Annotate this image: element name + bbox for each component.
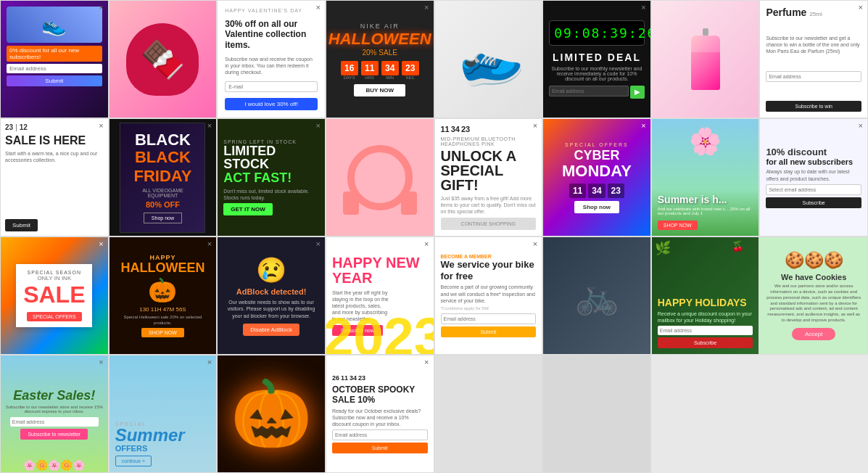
email-input-r1c1[interactable]	[7, 64, 102, 73]
friday-label: BLACK FRIDAY	[129, 148, 196, 186]
cookie-emoji: 🍪🍪🍪	[785, 251, 843, 270]
popup-bike-service: × Become a member We service your bike f…	[434, 236, 543, 355]
nike-label: NIKE AIR	[360, 22, 400, 30]
summer-offers-label: OFFERS	[115, 444, 211, 453]
oct-cd4: 23	[358, 374, 365, 382]
email-input-r1c8[interactable]	[766, 71, 861, 82]
close-icon-r3c2[interactable]: ×	[99, 240, 103, 248]
popup-black-friday-photo: × BLACK BLACK FRIDAY ALL VIDEOGAME EQUIP…	[109, 118, 218, 236]
disc-desc: Always stay up to date with our latest o…	[766, 168, 861, 181]
close-icon-r1c3[interactable]: ×	[315, 4, 320, 12]
popup-valentine-photo: 🍫	[109, 0, 218, 118]
countdown-timer: 09:08:39:26	[549, 20, 645, 46]
close-icon-r3c6[interactable]: ×	[533, 240, 537, 248]
cyber-countdown: 11 34 23	[569, 184, 624, 198]
close-icon-r4c6[interactable]: ×	[424, 358, 429, 366]
close-icon-r1c6[interactable]: ×	[641, 4, 645, 12]
oct-desc: Ready for our October exclusive deals? S…	[332, 408, 428, 427]
sale-here-desc: Start with a warm tea, a nice cup and ou…	[5, 150, 104, 163]
close-icon-r2c5[interactable]: ×	[533, 122, 537, 130]
popup-summer-offers: × SPECIAL Summer OFFERS continue +	[109, 355, 218, 473]
bike-desc: Become a part of our growing community a…	[441, 284, 537, 303]
valentine-title: 30% off on all our Valentine collection …	[225, 19, 318, 50]
sad-face-icon: 😢	[256, 255, 286, 284]
shop-now-btn-r2c2[interactable]: Shop now	[144, 213, 182, 223]
year-number: 2023	[326, 313, 434, 355]
shop-now-btn-r2c7[interactable]: SHOP NOW	[658, 221, 698, 230]
get-it-btn[interactable]: GET IT NOW	[223, 203, 273, 215]
shop-now-btn-r3c3[interactable]: SHOP NOW	[141, 328, 184, 337]
hours-value: 11	[361, 61, 379, 75]
email-input-r4c6[interactable]	[332, 429, 428, 440]
days-label: DAYS	[341, 75, 358, 80]
close-icon-r3c3[interactable]: ×	[207, 240, 212, 248]
close-icon-r1c8[interactable]: ×	[859, 4, 863, 12]
hours-label: HRS	[361, 75, 379, 80]
adblock-title: AdBlock detected!	[236, 287, 307, 296]
unlock-cd2: 34	[451, 125, 460, 133]
popup-halloween-orange: × HAPPY HALLOWEEN 🎃 130 11H 47M 56S Spec…	[109, 236, 218, 355]
submit-button-r1c1[interactable]: Submit	[7, 75, 102, 86]
special-offers-btn[interactable]: SPECIAL OFFERS	[27, 312, 82, 321]
valentine-desc: Subscribe now and receive the coupon in …	[225, 56, 318, 75]
flowers-decoration: 🌸🌼🌸🌼🌸	[1, 459, 108, 471]
valentine-btn[interactable]: I would love 30% off!	[225, 98, 318, 110]
popup-shoe-discount: × 👟 0% discount for all our new subscrib…	[0, 0, 109, 118]
email-input-r3c1[interactable]	[766, 184, 861, 195]
buy-now-btn[interactable]: BUY NOW	[354, 84, 405, 96]
popup-adblock: × 😢 AdBlock detected! Our website needs …	[217, 236, 326, 355]
sale-percent: 20% SALE	[363, 49, 397, 57]
continue-btn-r4c4[interactable]: continue +	[115, 456, 152, 466]
close-icon-r3c4[interactable]: ×	[315, 240, 320, 248]
subscribe-btn-r3c1[interactable]: Subscribe	[766, 197, 861, 208]
popup-sale-here: × 23 | 12 SALE IS HERE Start with a warm…	[0, 118, 109, 236]
email-input-r4c3[interactable]	[10, 417, 99, 427]
close-icon-r1c1[interactable]: ×	[99, 4, 103, 12]
popup-valentine-form: × HAPPY VALENTINE'S DAY 30% off on all o…	[217, 0, 326, 118]
sep1: |	[15, 123, 17, 131]
email-input-r1c3[interactable]	[225, 81, 318, 92]
cookies-title: We have Cookies	[781, 273, 846, 281]
limited-deal-title: LIMITED DEAL	[549, 52, 645, 63]
close-icon-r4c4[interactable]: ×	[207, 358, 212, 366]
disc-title: for all new subscribers	[766, 157, 861, 166]
close-icon-r2c3[interactable]: ×	[315, 122, 320, 130]
go-btn-r1c6[interactable]: ▶	[630, 86, 645, 99]
countdown-r2c1b: 12	[20, 123, 28, 131]
subscribe-win-btn[interactable]: Subscribe to win	[766, 101, 861, 112]
subscribe-btn-r4c1[interactable]: Subscribe	[658, 337, 753, 348]
close-icon-r3c1[interactable]: ×	[859, 122, 863, 130]
perfume-name: Perfume	[766, 7, 806, 18]
close-icon-r2c6[interactable]: ×	[641, 122, 645, 130]
ls-act: ACT FAST!	[223, 170, 319, 186]
popup-special-season: × SPECIAL SEASON ONLY IN INK SALE SPECIA…	[0, 236, 109, 355]
popup-happy-holidays: 🌿 🍒 HAPPY HOLIDAYS Receive a unique disc…	[651, 236, 760, 355]
shop-now-btn-r2c6[interactable]: Shop now	[574, 201, 619, 213]
oct-cd2: 11	[341, 374, 348, 382]
submit-btn-r4c6[interactable]: Submit	[332, 443, 428, 453]
close-icon-r2c1[interactable]: ×	[99, 122, 103, 130]
close-icon-r2c2[interactable]: ×	[207, 122, 212, 130]
member-tag: Become a member	[441, 254, 537, 259]
subscribe-newsletter-btn[interactable]: Subscribe to newsletter	[20, 429, 88, 440]
popup-nike-halloween: × NIKE AIR HALLOWEEN 20% SALE 16 DAYS 11…	[326, 0, 434, 118]
valentine-tag: HAPPY VALENTINE'S DAY	[225, 8, 318, 13]
bike-footnote: *Conditions apply 5e 56€	[441, 306, 537, 310]
email-input-r3c6[interactable]	[441, 313, 537, 324]
disable-adblock-btn[interactable]: Disable AdBlock	[243, 324, 299, 336]
submit-btn-r2c1[interactable]: Submit	[5, 219, 38, 231]
accept-btn[interactable]: Accept	[792, 328, 835, 340]
close-icon-r3c5[interactable]: ×	[424, 240, 429, 248]
hn-title2: YEAR	[332, 270, 428, 287]
cyber-title: CYBER	[574, 149, 619, 162]
days-value: 16	[341, 61, 358, 75]
close-icon-r1c4[interactable]: ×	[424, 4, 429, 12]
continue-shopping-btn[interactable]: CONTINUE SHOPPING	[441, 218, 537, 230]
email-input-r4c1[interactable]	[658, 326, 753, 335]
email-input-r1c6[interactable]	[549, 86, 629, 96]
popup-summer-photo: Summer is h... And we celebrate with bra…	[651, 118, 760, 236]
submit-btn-r3c6[interactable]: Submit	[441, 326, 537, 337]
pumpkin-display: 🎃	[231, 376, 312, 452]
sale-here-title: SALE IS HERE	[5, 134, 104, 147]
close-icon-r4c3[interactable]: ×	[99, 358, 103, 366]
